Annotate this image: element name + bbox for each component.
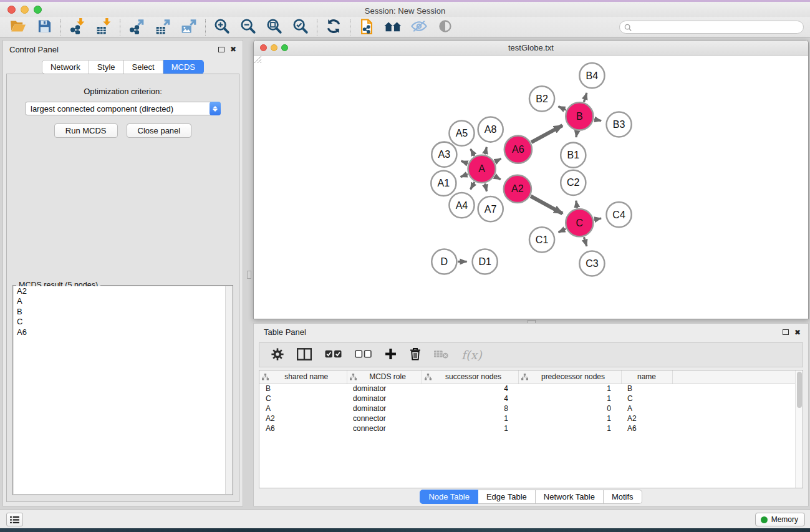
tab-select[interactable]: Select xyxy=(124,60,163,74)
tab-network-table[interactable]: Network Table xyxy=(536,490,604,504)
import-network-button[interactable] xyxy=(64,18,90,37)
edge-A-A2[interactable] xyxy=(495,177,501,180)
column-header-shared-name[interactable]: shared name xyxy=(259,370,347,384)
clone-network-button[interactable] xyxy=(354,18,380,37)
tab-motifs[interactable]: Motifs xyxy=(604,490,642,504)
show-all-networks-button[interactable] xyxy=(380,18,406,37)
float-table-panel-icon[interactable] xyxy=(783,329,789,335)
add-column-button[interactable] xyxy=(385,348,397,362)
edge-C-C4[interactable] xyxy=(594,218,601,220)
edge-B-B3[interactable] xyxy=(594,119,601,120)
table-row[interactable]: Cdominator41C xyxy=(259,394,803,404)
node-D[interactable]: D xyxy=(432,249,456,274)
network-window-titlebar[interactable]: testGlobe.txt xyxy=(254,41,808,56)
task-history-button[interactable] xyxy=(6,513,23,526)
node-D1[interactable]: D1 xyxy=(473,249,498,274)
memory-button[interactable]: Memory xyxy=(755,513,805,526)
node-B4[interactable]: B4 xyxy=(579,63,604,88)
close-table-panel-icon[interactable]: ✖ xyxy=(794,329,801,336)
zoom-out-button[interactable] xyxy=(235,18,261,37)
save-session-button[interactable] xyxy=(31,18,57,37)
tab-style[interactable]: Style xyxy=(89,60,124,74)
node-C[interactable]: C xyxy=(566,209,593,236)
node-A[interactable]: A xyxy=(468,155,496,183)
tab-edge-table[interactable]: Edge Table xyxy=(478,490,536,504)
network-canvas[interactable]: AA1A2A3A4A5A6A7A8BB1B2B3B4CC1C2C3C4DD1 xyxy=(254,56,808,319)
column-header-name[interactable]: name xyxy=(621,370,672,384)
node-C4[interactable]: C4 xyxy=(607,202,632,227)
edge-C-C1[interactable] xyxy=(559,229,566,232)
search-input[interactable] xyxy=(632,23,803,32)
edge-A-A4[interactable] xyxy=(471,182,475,190)
vertical-splitter-handle[interactable] xyxy=(247,271,251,279)
criterion-dropdown[interactable]: largest connected component (directed) xyxy=(25,102,221,115)
edge-B-B1[interactable] xyxy=(576,131,577,137)
edge-B-B4[interactable] xyxy=(584,93,586,102)
edge-A-A6[interactable] xyxy=(495,158,501,162)
table-row[interactable]: Bdominator41B xyxy=(259,384,803,394)
node-A1[interactable]: A1 xyxy=(431,171,456,196)
mcds-result-item[interactable]: A6 xyxy=(14,327,232,337)
close-panel-icon[interactable]: ✖ xyxy=(230,46,236,52)
hide-panel-eye-slash-button[interactable] xyxy=(406,18,432,37)
resize-grip-icon[interactable] xyxy=(254,56,262,64)
zoom-in-button[interactable] xyxy=(209,18,235,37)
edge-A-A3[interactable] xyxy=(461,161,468,163)
table-scrollbar[interactable] xyxy=(795,370,803,488)
search-box[interactable] xyxy=(619,21,804,34)
mcds-result-item[interactable]: A2 xyxy=(14,286,232,296)
settings-gear-button[interactable] xyxy=(271,348,284,362)
export-network-button[interactable] xyxy=(123,18,150,37)
edge-A-A8[interactable] xyxy=(485,147,487,154)
tab-mcds[interactable]: MCDS xyxy=(163,60,204,74)
edge-A-A5[interactable] xyxy=(471,149,475,156)
tab-network[interactable]: Network xyxy=(42,60,89,74)
node-B2[interactable]: B2 xyxy=(529,86,554,111)
select-all-checks-button[interactable] xyxy=(325,350,342,360)
float-panel-icon[interactable] xyxy=(218,47,224,52)
export-table-button[interactable] xyxy=(150,18,176,37)
node-A8[interactable]: A8 xyxy=(478,117,503,142)
deselect-all-checks-button[interactable] xyxy=(355,350,372,360)
mcds-result-item[interactable]: B xyxy=(14,307,232,317)
table-row[interactable]: A6connector11A6 xyxy=(259,423,803,433)
refresh-button[interactable] xyxy=(321,18,347,37)
node-A2[interactable]: A2 xyxy=(504,175,531,203)
delete-table-button[interactable] xyxy=(434,349,448,360)
node-B[interactable]: B xyxy=(566,102,593,130)
delete-column-button[interactable] xyxy=(410,347,421,362)
table-row[interactable]: Adominator80A xyxy=(259,404,803,414)
show-panel-eye-button[interactable] xyxy=(432,18,458,37)
node-A3[interactable]: A3 xyxy=(432,142,456,167)
mcds-result-list[interactable]: A2ABCA6 xyxy=(14,286,232,494)
edge-A-A1[interactable] xyxy=(461,174,468,177)
tab-node-table[interactable]: Node Table xyxy=(420,490,478,504)
node-A5[interactable]: A5 xyxy=(449,120,474,145)
node-C1[interactable]: C1 xyxy=(529,227,554,252)
mcds-list-scrollbar[interactable] xyxy=(225,286,232,494)
mcds-result-item[interactable]: A xyxy=(14,296,232,306)
edge-A-A7[interactable] xyxy=(485,183,487,191)
zoom-selected-button[interactable] xyxy=(287,18,314,37)
export-image-button[interactable] xyxy=(176,18,202,37)
edge-A2-C[interactable] xyxy=(531,196,562,214)
network-graph[interactable]: AA1A2A3A4A5A6A7A8BB1B2B3B4CC1C2C3C4DD1 xyxy=(254,56,808,321)
split-panel-button[interactable] xyxy=(297,348,312,362)
column-header-predecessor-nodes[interactable]: predecessor nodes xyxy=(518,370,621,384)
function-builder-button[interactable]: f(x) xyxy=(461,348,482,362)
node-A6[interactable]: A6 xyxy=(504,136,532,163)
node-C3[interactable]: C3 xyxy=(579,251,604,276)
column-header-successor-nodes[interactable]: successor nodes xyxy=(422,370,518,384)
node-A7[interactable]: A7 xyxy=(478,196,503,221)
node-B3[interactable]: B3 xyxy=(607,112,632,137)
edge-C-C3[interactable] xyxy=(584,237,586,246)
edge-C-C2[interactable] xyxy=(576,201,577,208)
zoom-fit-button[interactable] xyxy=(261,18,287,37)
mcds-result-item[interactable]: C xyxy=(14,317,232,327)
node-C2[interactable]: C2 xyxy=(561,170,586,195)
edge-A6-B[interactable] xyxy=(531,125,562,142)
close-panel-button[interactable]: Close panel xyxy=(127,123,192,138)
table-row[interactable]: A2connector11A2 xyxy=(259,414,803,423)
import-table-button[interactable] xyxy=(90,18,117,37)
column-header-MCDS-role[interactable]: MCDS role xyxy=(347,370,422,384)
